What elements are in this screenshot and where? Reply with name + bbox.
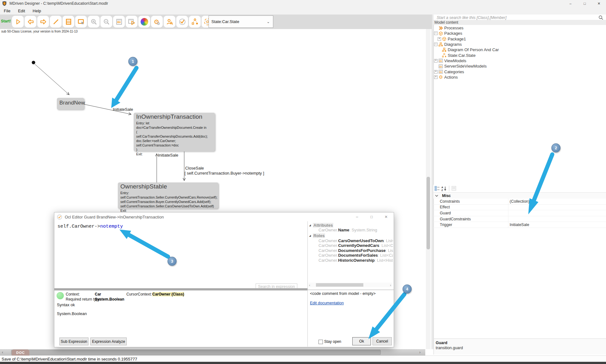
section-header-roles[interactable]: ◢Roles (309, 233, 393, 238)
dialog-maximize-icon[interactable]: □ (365, 212, 379, 221)
transition-label-initiatesale-1[interactable]: InitiateSale (113, 107, 133, 112)
expression-analyze-button[interactable]: Expression Analyze (90, 337, 127, 345)
scroll-left-icon[interactable]: ‹ (2, 350, 3, 355)
property-row-guard[interactable]: Guard (433, 210, 606, 216)
run-button[interactable] (12, 16, 24, 27)
zoom-in-button[interactable] (88, 16, 100, 27)
section-header-attributes[interactable]: ◢Attributes (309, 223, 393, 228)
member-text: CarOwner. (318, 253, 338, 258)
tree-item-packages[interactable]: −Packages (433, 31, 606, 36)
property-pages-icon[interactable] (451, 186, 457, 191)
tree-item-processes[interactable]: Processes (433, 25, 606, 31)
settings-button[interactable]: ⚙⚙ (151, 16, 163, 27)
ocl-expression-editor[interactable]: self.CarOwner->notempty (54, 221, 307, 289)
member-item-documentsforsales[interactable]: CarOwner.DocumentsForSales: List<CarTran… (309, 253, 393, 258)
dialog-close-icon[interactable]: ✕ (379, 212, 393, 221)
tree-item-diagrams[interactable]: −Diagrams (433, 42, 606, 47)
access-groups-button[interactable] (164, 16, 175, 27)
transition-label-closesale[interactable]: CloseSale (185, 166, 204, 170)
member-text: : System.String (349, 228, 377, 232)
categorized-view-icon[interactable] (434, 186, 440, 191)
property-value[interactable] (508, 205, 606, 210)
tree-item-actions[interactable]: +Actions (433, 75, 606, 80)
vertical-scrollbar-thumb[interactable] (427, 177, 430, 249)
tree-item-state-car-state[interactable]: State:Car.State (433, 52, 606, 58)
tab-doc[interactable]: DOC (12, 349, 29, 355)
property-category-row[interactable]: Misc (433, 193, 606, 199)
maximize-icon[interactable]: □ (578, 0, 592, 7)
state-brandnew[interactable]: BrandNew (57, 98, 84, 110)
validate-button[interactable] (176, 16, 188, 27)
ok-button[interactable]: Ok (352, 337, 371, 345)
collapse-icon[interactable]: ◢ (309, 234, 313, 237)
viewmodel-editor-button[interactable] (113, 16, 125, 27)
expand-icon[interactable]: + (434, 70, 438, 74)
stay-open-checkbox[interactable] (318, 340, 323, 344)
property-row-effect[interactable]: Effect (433, 205, 606, 211)
window-select-button[interactable] (75, 16, 87, 27)
menu-help[interactable]: Help (29, 8, 45, 14)
property-value[interactable] (508, 216, 606, 222)
cancel-button[interactable]: Cancel (373, 337, 392, 345)
property-row-guardconstraints[interactable]: GuardConstraints (433, 216, 606, 222)
back-button[interactable] (25, 16, 36, 27)
mdriven-designer-window: MDriven Designer - C:\temp\MDrivenEducat… (0, 0, 606, 364)
member-text: : List<CarTrans (378, 253, 393, 258)
sort-alphabetical-icon[interactable]: A Z (441, 186, 447, 191)
start-label[interactable]: Start! (1, 19, 11, 23)
tree-item-diagram-of-person-and-car[interactable]: Diagram Of Person And Car (433, 47, 606, 52)
annotation-step-1: 1 (128, 57, 137, 66)
model-search-input[interactable] (436, 15, 595, 20)
draw-line-button[interactable] (50, 16, 62, 27)
member-item-historicownership[interactable]: CarOwner.HistoricOwnership: List<Histori… (309, 258, 393, 263)
edit-documentation-link[interactable]: Edit documentation (310, 301, 344, 305)
dialog-vertical-splitter[interactable] (307, 221, 308, 347)
close-icon[interactable]: ✕ (592, 0, 606, 7)
tree-item-package1[interactable]: +Package1 (433, 36, 606, 42)
sub-expression-button[interactable]: Sub Expression (59, 337, 88, 345)
property-row-trigger[interactable]: TriggerInitiateSale (433, 222, 606, 228)
state-inownershiptransaction[interactable]: InOwnershipTransaction Entry: let doc=Ca… (134, 113, 215, 151)
attributes-hscrollbar-thumb[interactable] (316, 283, 363, 287)
scroll-left-icon[interactable]: ‹ (309, 283, 310, 287)
property-name: Guard (433, 210, 508, 216)
tree-item-viewmodels[interactable]: +ViewModels (433, 58, 606, 63)
member-item-currentlyownedcars[interactable]: CarOwner.CurrentlyOwnedCars: List<Car> (309, 243, 393, 248)
zoom-out-button[interactable] (100, 16, 112, 27)
forward-button[interactable] (37, 16, 49, 27)
dialog-title-bar[interactable]: Ocl Editor Guard BrandNew->InOwnershipTr… (54, 212, 394, 221)
property-row-constraints[interactable]: Constraints(Collection) (433, 199, 606, 205)
menu-file[interactable]: File (0, 8, 14, 14)
transition-label-initiatesale-2[interactable]: InitiateSale (158, 153, 178, 158)
tree-item-categories[interactable]: +Categories (433, 69, 606, 74)
minimize-icon[interactable]: – (563, 0, 578, 7)
search-icon[interactable] (598, 15, 603, 20)
horizontal-scrollbar-thumb[interactable] (11, 350, 381, 355)
tree-item-serversideviewmodels[interactable]: ServerSideViewModels (433, 63, 606, 69)
collapse-icon[interactable]: ◢ (309, 224, 313, 227)
property-value[interactable] (508, 210, 606, 216)
property-value[interactable]: InitiateSale (508, 222, 606, 228)
collapse-icon[interactable]: − (434, 43, 438, 46)
transition-guard-closesale[interactable]: [ self.CurrentTransaction.Buyer->notempt… (185, 171, 264, 176)
expand-icon[interactable]: + (438, 37, 441, 41)
viewmodel-run-button[interactable] (126, 16, 137, 27)
expand-icon[interactable]: + (434, 75, 438, 79)
styles-button[interactable] (138, 16, 150, 27)
scroll-right-icon[interactable]: › (419, 350, 421, 355)
dialog-minimize-icon[interactable]: – (350, 212, 364, 221)
member-item-carsownerusedtoown[interactable]: CarOwner.CarsOwnerUsedToOwn: List<Car> (309, 238, 393, 243)
diagram-selector-combobox[interactable]: State:Car.State ⌄ (209, 15, 273, 28)
class-list-button[interactable] (63, 16, 74, 27)
collapse-icon[interactable]: − (434, 32, 438, 35)
member-item-name[interactable]: CarOwner.Name: System.String (309, 228, 393, 233)
state-ownershipstable[interactable]: OwnershipStable Entry: self.CurrentTrans… (118, 182, 218, 209)
member-item-documentsforpurchase[interactable]: CarOwner.DocumentsForPurchase: List<CarT… (309, 248, 393, 253)
property-value[interactable]: (Collection) (508, 199, 606, 204)
statemachine-button[interactable] (189, 16, 201, 27)
menu-edit[interactable]: Edit (14, 8, 29, 14)
dialog-horizontal-splitter[interactable] (54, 288, 307, 290)
scroll-right-icon[interactable]: › (390, 283, 391, 287)
expand-icon[interactable]: + (434, 59, 438, 63)
viewmodel-icon (439, 64, 444, 69)
